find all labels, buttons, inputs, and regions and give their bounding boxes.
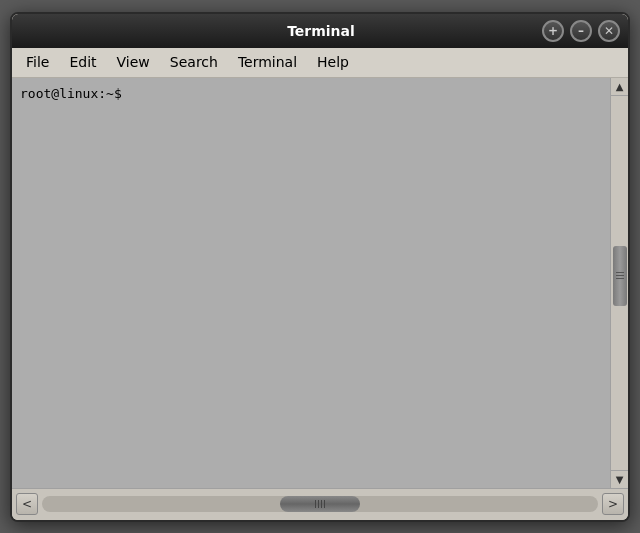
thumb-grip-1 <box>616 272 624 273</box>
menu-view[interactable]: View <box>107 50 160 74</box>
menu-edit[interactable]: Edit <box>59 50 106 74</box>
hscroll-track[interactable] <box>42 496 598 512</box>
menubar: File Edit View Search Terminal Help <box>12 48 628 78</box>
titlebar: Terminal + – ✕ <box>12 14 628 48</box>
vertical-scrollbar: ▲ ▼ <box>610 78 628 488</box>
window-controls: + – ✕ <box>542 20 620 42</box>
thumb-grip-2 <box>616 275 624 276</box>
menu-search[interactable]: Search <box>160 50 228 74</box>
terminal-prompt: root@linux:~$ <box>20 86 122 101</box>
minimize-button[interactable]: – <box>570 20 592 42</box>
scroll-up-arrow[interactable]: ▲ <box>611 78 629 96</box>
hthumb-grip-2 <box>318 500 319 508</box>
hscroll-thumb[interactable] <box>280 496 360 512</box>
add-tab-button[interactable]: + <box>542 20 564 42</box>
horizontal-scrollbar-area: < > <box>12 488 628 520</box>
menu-file[interactable]: File <box>16 50 59 74</box>
scroll-right-arrow[interactable]: > <box>602 493 624 515</box>
scroll-left-arrow[interactable]: < <box>16 493 38 515</box>
scroll-down-arrow[interactable]: ▼ <box>611 470 629 488</box>
hthumb-grip-3 <box>321 500 322 508</box>
menu-help[interactable]: Help <box>307 50 359 74</box>
close-button[interactable]: ✕ <box>598 20 620 42</box>
terminal-display[interactable]: root@linux:~$ <box>12 78 610 488</box>
content-area: root@linux:~$ ▲ ▼ <box>12 78 628 488</box>
menu-terminal[interactable]: Terminal <box>228 50 307 74</box>
hthumb-grip-4 <box>324 500 325 508</box>
hthumb-grip-1 <box>315 500 316 508</box>
thumb-grip-3 <box>616 278 624 279</box>
scroll-thumb-vertical[interactable] <box>613 246 627 306</box>
scroll-track-vertical[interactable] <box>613 98 627 468</box>
window-title: Terminal <box>100 23 542 39</box>
terminal-window: Terminal + – ✕ File Edit View Search Ter… <box>10 12 630 522</box>
